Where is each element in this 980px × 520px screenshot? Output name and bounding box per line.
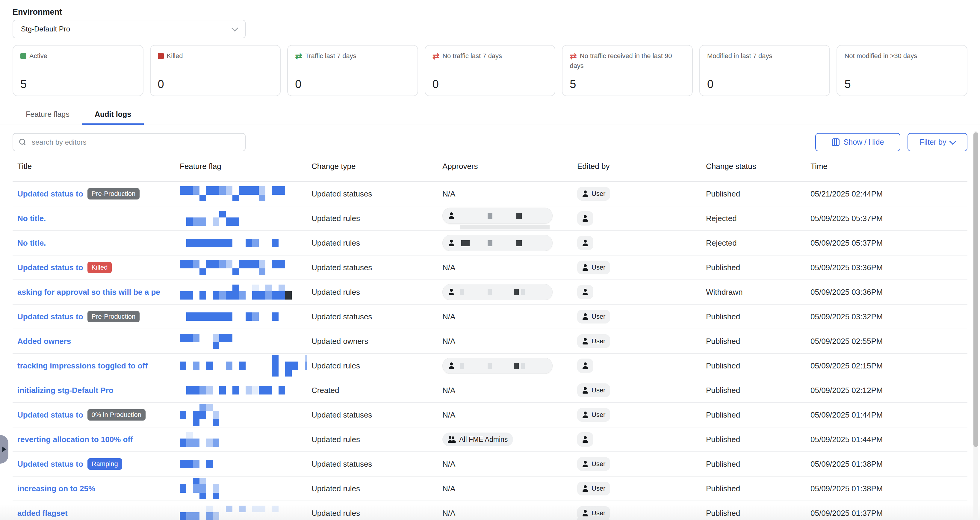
audit-title-link[interactable]: Updated status to [18, 312, 83, 321]
filter-by-label: Filter by [920, 138, 947, 146]
summary-card: Active5 [13, 45, 143, 96]
environment-label: Environment [13, 8, 980, 17]
audit-title-link[interactable]: Added owners [18, 337, 71, 346]
time-cell: 05/21/2025 02:44PM [806, 189, 967, 199]
edited-by-avatar-pill[interactable] [577, 236, 593, 250]
tab-feature-flags[interactable]: Feature flags [13, 105, 82, 125]
summary-card-value: 5 [21, 78, 136, 91]
time-cell: 05/09/2025 03:36PM [806, 263, 967, 272]
edited-by-avatar-pill[interactable] [577, 432, 593, 447]
edited-by-user-label: User [592, 313, 605, 321]
table-row: Updated status toKilledUpdated statusesN… [13, 256, 967, 280]
edited-by-avatar-pill[interactable] [577, 359, 593, 373]
change-type-cell: Created [307, 386, 438, 395]
feature-flag-redacted[interactable] [180, 312, 307, 321]
title-cell: reverting allocation to 100% off [13, 435, 175, 444]
summary-card: Not modified in >30 days5 [837, 45, 967, 96]
environment-selected-value: Stg-Default Pro [21, 25, 70, 33]
audit-title-link[interactable]: Updated status to [18, 189, 83, 199]
approver-pill-redacted[interactable] [442, 208, 553, 224]
feature-flag-redacted[interactable] [180, 355, 307, 377]
change-type-cell: Updated statuses [307, 410, 438, 420]
change-status-cell: Published [701, 312, 806, 321]
audit-title-link[interactable]: Updated status to [18, 460, 83, 469]
feature-flag-redacted[interactable] [180, 460, 307, 468]
feature-flag-redacted[interactable] [180, 506, 307, 520]
approvers-cell: N/A [438, 460, 573, 469]
approvers-cell-content [442, 358, 573, 374]
summary-card-label: Active [21, 51, 136, 60]
person-icon [582, 461, 589, 467]
change-type-cell: Updated statuses [307, 460, 438, 469]
show-hide-button[interactable]: Show / Hide [815, 133, 900, 151]
search-input[interactable] [13, 133, 246, 151]
audit-title-link[interactable]: added flagset [18, 509, 68, 518]
no-traffic-arrows-icon [570, 52, 577, 61]
approvers-cell [438, 358, 573, 374]
feature-flag-redacted[interactable] [180, 260, 307, 275]
audit-title-link[interactable]: Updated status to [18, 410, 83, 420]
edited-by-user-pill[interactable]: User [577, 408, 610, 422]
time-cell: 05/09/2025 05:37PM [806, 214, 967, 223]
vertical-scrollbar-thumb[interactable] [974, 132, 978, 447]
edited-by-avatar-pill[interactable] [577, 285, 593, 299]
approvers-cell: N/A [438, 189, 573, 199]
approver-group-pill[interactable]: All FME Admins [442, 433, 513, 446]
feature-flag-redacted[interactable] [180, 285, 307, 299]
edited-by-user-pill[interactable]: User [577, 457, 610, 471]
feature-flag-redacted[interactable] [180, 404, 307, 426]
change-status-cell: Published [701, 337, 806, 346]
change-status-cell: Published [701, 460, 806, 469]
table-row: Updated status toPre-ProductionUpdated s… [13, 182, 967, 207]
person-icon [582, 363, 589, 369]
audit-title-link[interactable]: initializing stg-Default Pro [18, 386, 113, 395]
feature-flag-cell [175, 260, 307, 275]
title-cell: Updated status toPre-Production [13, 188, 175, 199]
column-header-time: Time [806, 162, 967, 171]
audit-title-link[interactable]: No title. [18, 214, 46, 223]
feature-flag-redacted[interactable] [180, 239, 307, 247]
feature-flag-redacted[interactable] [180, 334, 307, 349]
edited-by-cell [573, 285, 701, 299]
approvers-cell-content: N/A [442, 410, 573, 420]
status-badge: Pre-Production [88, 188, 140, 199]
audit-title-link[interactable]: asking for approval so this will be a pe [18, 288, 160, 297]
feature-flag-redacted[interactable] [180, 211, 307, 226]
approver-pill-redacted[interactable] [442, 284, 553, 300]
approvers-cell: N/A [438, 484, 573, 493]
approvers-cell: N/A [438, 386, 573, 395]
person-icon [582, 338, 589, 345]
feature-flag-redacted[interactable] [180, 386, 307, 394]
change-status-cell: Published [701, 189, 806, 199]
filter-by-button[interactable]: Filter by [907, 133, 967, 151]
feature-flag-redacted[interactable] [180, 432, 307, 447]
edited-by-user-pill[interactable]: User [577, 310, 610, 323]
table-row: Updated status toRampingUpdated statuses… [13, 452, 967, 477]
change-type-cell: Updated statuses [307, 189, 438, 199]
audit-title-link[interactable]: No title. [18, 239, 46, 248]
tab-audit-logs[interactable]: Audit logs [82, 105, 144, 125]
audit-title-link[interactable]: Updated status to [18, 263, 83, 272]
approver-pill-redacted[interactable] [442, 358, 553, 374]
edited-by-user-pill[interactable]: User [577, 334, 610, 348]
active-square-icon [21, 53, 26, 59]
edited-by-user-pill[interactable]: User [577, 383, 610, 397]
column-header-approvers: Approvers [438, 162, 573, 171]
edited-by-cell: User [573, 187, 701, 201]
feature-flag-redacted[interactable] [180, 186, 307, 201]
edited-by-user-pill[interactable]: User [577, 482, 610, 495]
feature-flag-redacted[interactable] [180, 478, 307, 499]
edited-by-user-pill[interactable]: User [577, 261, 610, 274]
edited-by-user-pill[interactable]: User [577, 187, 610, 201]
edited-by-avatar-pill[interactable] [577, 211, 593, 226]
environment-select[interactable]: Stg-Default Pro [13, 20, 246, 38]
approver-pill-redacted[interactable] [442, 235, 553, 251]
audit-title-link[interactable]: increasing on to 25% [18, 484, 95, 493]
audit-title-link[interactable]: tracking impressions toggled to off [18, 361, 148, 371]
title-cell: No title. [13, 239, 175, 248]
audit-title-link[interactable]: reverting allocation to 100% off [18, 435, 133, 444]
table-row: initializing stg-Default ProCreatedN/AUs… [13, 378, 967, 403]
summary-card: Traffic last 7 days0 [287, 45, 418, 96]
table-row: reverting allocation to 100% offUpdated … [13, 428, 967, 452]
expand-sidebar-handle[interactable] [0, 435, 8, 464]
